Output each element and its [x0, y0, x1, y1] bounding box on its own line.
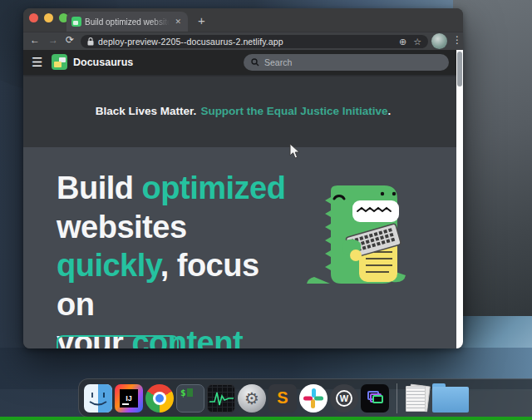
- dock: IJ $ ⚙ S: [78, 378, 532, 418]
- site-brand[interactable]: Docusaurus: [73, 57, 133, 68]
- docusaurus-mascot-illustration: [306, 175, 416, 287]
- search-box[interactable]: [244, 54, 449, 71]
- window-controls: [29, 13, 68, 22]
- browser-toolbar: ← → ⟳ deploy-preview-2205--docusaurus-2.…: [23, 32, 463, 50]
- dock-item-documents-folder[interactable]: [432, 387, 469, 413]
- minimize-window-button[interactable]: [44, 13, 53, 22]
- hero-section: Build optimizedwebsitesquickly, focus on…: [23, 147, 463, 348]
- omnibox-action-icon[interactable]: ⊕: [399, 37, 406, 47]
- dock-item-documents-stack[interactable]: [405, 384, 430, 413]
- browser-tab[interactable]: Build optimized websites quick ✕: [66, 12, 188, 32]
- back-button[interactable]: ←: [30, 34, 40, 46]
- docusaurus-logo-icon[interactable]: [52, 54, 67, 70]
- page-viewport: ☰ Docusaurus Black Lives Matter. Support…: [23, 50, 463, 348]
- browser-window: Build optimized websites quick ✕ + ← → ⟳…: [23, 8, 463, 348]
- announcement-text: Black Lives Matter.: [96, 105, 197, 117]
- reload-button[interactable]: ⟳: [66, 34, 74, 46]
- hamburger-menu-icon[interactable]: ☰: [32, 56, 42, 69]
- dock-item-activity-monitor[interactable]: [207, 384, 235, 413]
- announcement-link[interactable]: Support the Equal Justice Initiative: [200, 105, 387, 117]
- docusaurus-favicon-icon: [71, 17, 81, 27]
- close-window-button[interactable]: [29, 13, 38, 22]
- recording-progress-line: [0, 417, 532, 420]
- dock-item-intellij-idea[interactable]: IJ: [115, 384, 143, 413]
- dock-item-terminal[interactable]: $: [176, 384, 204, 413]
- dock-item-screen-capture[interactable]: [361, 384, 389, 413]
- address-bar[interactable]: deploy-preview-2205--docusaurus-2.netlif…: [81, 35, 428, 48]
- announcement-bar: Black Lives Matter. Support the Equal Ju…: [23, 75, 463, 147]
- mouse-cursor: [289, 143, 301, 160]
- search-icon: [251, 58, 259, 67]
- dock-item-workplace[interactable]: W: [330, 384, 358, 413]
- site-navbar: ☰ Docusaurus: [23, 50, 463, 75]
- url-text: deploy-preview-2205--docusaurus-2.netlif…: [98, 37, 392, 47]
- tab-title: Build optimized websites quick: [85, 17, 170, 27]
- browser-menu-icon[interactable]: ⋮: [452, 34, 462, 46]
- hero-heading: Build optimizedwebsitesquickly, focus on…: [23, 147, 298, 348]
- page-scrollbar[interactable]: [456, 50, 463, 348]
- tab-close-icon[interactable]: ✕: [173, 17, 183, 27]
- dock-item-finder[interactable]: [84, 384, 112, 413]
- new-tab-button[interactable]: +: [198, 12, 205, 29]
- forward-button[interactable]: →: [48, 34, 58, 46]
- bookmark-star-icon[interactable]: ☆: [413, 37, 421, 47]
- dock-item-slack[interactable]: [299, 384, 328, 413]
- tab-strip: Build optimized websites quick ✕ +: [23, 8, 463, 32]
- hero-cta-button[interactable]: [57, 335, 179, 348]
- dock-item-sublime-text[interactable]: S: [268, 384, 297, 413]
- desktop: Build optimized websites quick ✕ + ← → ⟳…: [0, 0, 532, 420]
- announcement-suffix: .: [387, 105, 391, 117]
- page-scrollbar-thumb[interactable]: [457, 52, 462, 86]
- dock-divider: [397, 383, 397, 413]
- dock-item-chrome[interactable]: [145, 384, 174, 413]
- lock-icon: [87, 37, 94, 46]
- profile-avatar[interactable]: [431, 33, 447, 49]
- search-input[interactable]: [264, 57, 441, 67]
- dock-item-system-preferences[interactable]: ⚙: [238, 384, 266, 413]
